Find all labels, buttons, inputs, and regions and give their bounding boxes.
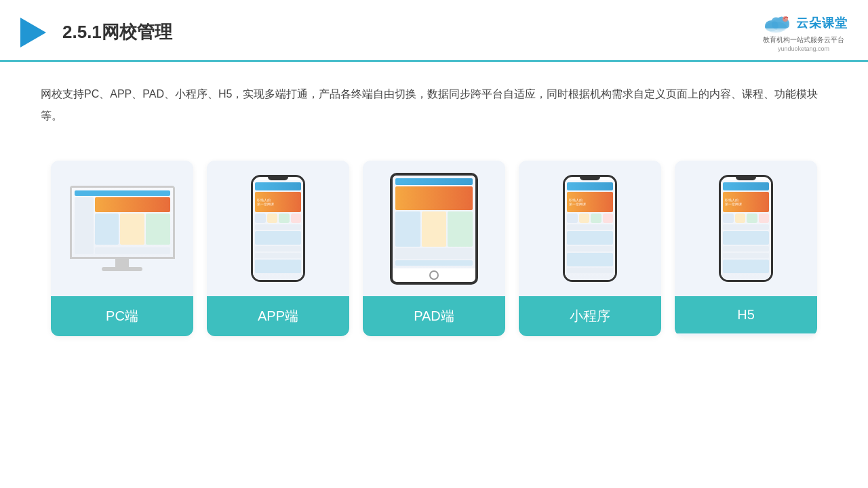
logo-area: 云朵课堂 教育机构一站式服务云平台 yunduoketang.com — [760, 12, 848, 52]
card-pad-label: PAD端 — [363, 296, 505, 336]
card-miniprogram: 职场人的第一堂网课 — [519, 161, 661, 336]
phone-h5-mockup: 职场人的第一堂网课 — [719, 175, 773, 282]
card-pc-image — [51, 161, 193, 296]
card-h5: 职场人的第一堂网课 — [675, 161, 817, 336]
page-title: 2.5.1网校管理 — [62, 20, 172, 44]
cloud-icon — [760, 12, 792, 34]
card-app-label: APP端 — [207, 296, 349, 336]
card-app: 职场人的第一堂网课 — [207, 161, 349, 336]
pc-mockup — [70, 186, 175, 271]
logo-url: yunduoketang.com — [778, 45, 829, 52]
header: 2.5.1网校管理 云朵课堂 教育机构一站式服务云平台 yunduoketang… — [0, 0, 868, 62]
logo-cloud: 云朵课堂 — [760, 12, 848, 34]
header-left: 2.5.1网校管理 — [20, 18, 172, 47]
phone-app-mockup: 职场人的第一堂网课 — [251, 175, 305, 282]
card-h5-image: 职场人的第一堂网课 — [675, 161, 817, 296]
card-pad: PAD端 — [363, 161, 505, 336]
tablet-mockup — [390, 173, 478, 285]
card-app-image: 职场人的第一堂网课 — [207, 161, 349, 296]
logo-text: 云朵课堂 — [796, 15, 848, 31]
play-icon — [20, 18, 46, 47]
pc-screen — [70, 186, 175, 259]
phone-miniprogram-mockup: 职场人的第一堂网课 — [563, 175, 617, 282]
card-h5-label: H5 — [675, 296, 817, 333]
card-pc: PC端 — [51, 161, 193, 336]
description-text: 网校支持PC、APP、PAD、小程序、H5，实现多端打通，产品各终端自由切换，数… — [0, 62, 868, 140]
device-cards-container: PC端 职场人的第一堂网课 — [0, 147, 868, 336]
card-miniprogram-label: 小程序 — [519, 296, 661, 336]
card-pad-image — [363, 161, 505, 296]
logo-tagline: 教育机构一站式服务云平台 — [763, 35, 844, 45]
card-pc-label: PC端 — [51, 296, 193, 336]
card-miniprogram-image: 职场人的第一堂网课 — [519, 161, 661, 296]
